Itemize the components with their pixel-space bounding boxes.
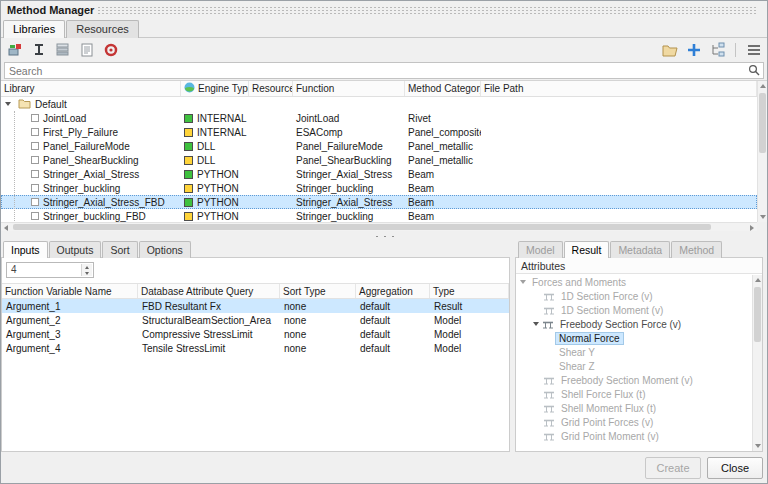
library-row[interactable]: Stringer_Axial_StressPYTHONStringer_Axia… — [1, 167, 757, 181]
type-cell: Model — [430, 313, 509, 327]
spinner-up-icon[interactable] — [85, 266, 89, 269]
scroll-right-icon[interactable] — [750, 225, 754, 231]
row-checkbox[interactable] — [31, 156, 39, 164]
aggregation-cell: default — [356, 327, 430, 341]
engine-type-cell: PYTHON — [181, 167, 249, 181]
tab-outputs[interactable]: Outputs — [49, 241, 102, 258]
variable-name-cell: Argument_3 — [2, 327, 138, 341]
column-header-function[interactable]: Function — [293, 81, 405, 96]
row-checkbox[interactable] — [31, 212, 39, 220]
new-method-icon[interactable] — [6, 42, 23, 59]
column-header-sort-type[interactable]: Sort Type — [280, 284, 356, 298]
library-row[interactable]: Stringer_buckling_FBDPYTHONStringer_buck… — [1, 209, 757, 222]
row-checkbox[interactable] — [31, 170, 39, 178]
library-row[interactable]: JointLoadINTERNALJointLoadRivet — [1, 111, 757, 125]
file-path-cell — [481, 181, 757, 195]
engine-type-label: INTERNAL — [197, 113, 246, 124]
open-folder-icon[interactable] — [661, 42, 678, 59]
library-name-label: Panel_FailureMode — [43, 141, 130, 152]
library-row[interactable]: First_Ply_FailureINTERNALESACompPanel_co… — [1, 125, 757, 139]
function-cell: Panel_FailureMode — [293, 139, 405, 153]
scrollbar-thumb[interactable] — [13, 224, 711, 230]
tab-result[interactable]: Result — [564, 241, 610, 258]
column-header-file-path[interactable]: File Path — [481, 81, 757, 96]
library-folder-row[interactable]: Default — [1, 97, 757, 111]
title-bar[interactable]: Method Manager — [1, 1, 767, 19]
scrollbar-thumb[interactable] — [754, 287, 761, 342]
argument-row[interactable]: Argument_4Tensile StressLimitnonedefault… — [2, 341, 509, 355]
engine-color-swatch — [184, 198, 193, 207]
row-checkbox[interactable] — [31, 128, 39, 136]
argument-row[interactable]: Argument_3Compressive StressLimitnonedef… — [2, 327, 509, 341]
column-header-aggregation[interactable]: Aggregation — [356, 284, 430, 298]
pane-splitter[interactable] — [1, 232, 767, 241]
beam-clamp-icon[interactable] — [30, 42, 47, 59]
library-row[interactable]: Stringer_Axial_Stress_FBDPYTHONStringer_… — [1, 195, 757, 209]
library-row[interactable]: Stringer_bucklingPYTHONStringer_buckling… — [1, 181, 757, 195]
notes-icon[interactable] — [78, 42, 95, 59]
scroll-down-icon[interactable] — [755, 444, 761, 448]
tab-sort[interactable]: Sort — [102, 241, 137, 258]
search-bar — [4, 62, 764, 79]
variable-name-cell: Argument_2 — [2, 313, 138, 327]
close-button[interactable]: Close — [707, 457, 763, 479]
library-row[interactable]: Panel_ShearBucklingDLLPanel_ShearBucklin… — [1, 153, 757, 167]
function-cell: Stringer_buckling — [293, 209, 405, 222]
expand-tree-icon[interactable] — [709, 42, 726, 59]
library-name-cell: First_Ply_Failure — [1, 125, 181, 139]
tree-item[interactable]: Normal Force — [516, 331, 752, 345]
tree-item[interactable]: Freebody Section Force (v) — [516, 317, 752, 331]
column-header-engine-type[interactable]: Engine Type — [181, 81, 249, 96]
scroll-left-icon[interactable] — [4, 225, 8, 231]
column-header-type[interactable]: Type — [430, 284, 509, 298]
engine-color-swatch — [184, 170, 193, 179]
scroll-down-icon[interactable] — [760, 215, 766, 219]
argument-row[interactable]: Argument_1FBD Resultant FxnonedefaultRes… — [2, 299, 509, 313]
tree-item: 1D Section Moment (v) — [516, 303, 752, 317]
column-header-library[interactable]: Library — [1, 81, 181, 96]
engine-color-swatch — [184, 142, 193, 151]
scrollbar-thumb[interactable] — [759, 93, 766, 153]
attributes-vertical-scrollbar[interactable] — [752, 275, 762, 451]
library-name-cell: JointLoad — [1, 111, 181, 125]
attribute-icon — [543, 375, 555, 386]
search-input[interactable] — [4, 62, 764, 79]
column-header-variable-name[interactable]: Function Variable Name — [2, 284, 138, 298]
column-header-attribute-query[interactable]: Database Attribute Query — [138, 284, 280, 298]
list-view-icon[interactable] — [745, 42, 762, 59]
library-horizontal-scrollbar[interactable] — [1, 222, 757, 231]
add-icon[interactable] — [685, 42, 702, 59]
layers-icon[interactable] — [54, 42, 71, 59]
column-header-method-category[interactable]: Method Category — [405, 81, 481, 96]
function-cell: Stringer_buckling — [293, 181, 405, 195]
library-row[interactable]: Panel_FailureModeDLLPanel_FailureModePan… — [1, 139, 757, 153]
row-checkbox[interactable] — [31, 114, 39, 122]
tab-inputs[interactable]: Inputs — [3, 241, 48, 258]
drag-handle[interactable] — [97, 6, 757, 15]
scroll-up-icon[interactable] — [760, 84, 766, 88]
row-checkbox[interactable] — [31, 142, 39, 150]
row-checkbox[interactable] — [31, 184, 39, 192]
argument-count-spinner[interactable]: 4 — [6, 262, 94, 278]
expander-icon[interactable] — [520, 280, 526, 284]
file-path-cell — [481, 111, 757, 125]
library-vertical-scrollbar[interactable] — [757, 81, 767, 222]
function-cell: ESAComp — [293, 125, 405, 139]
spinner-down-icon[interactable] — [85, 272, 89, 275]
search-icon[interactable] — [748, 64, 760, 78]
tab-libraries[interactable]: Libraries — [3, 20, 65, 38]
row-checkbox[interactable] — [31, 198, 39, 206]
library-folder-label: Default — [35, 99, 67, 110]
tab-options[interactable]: Options — [139, 241, 191, 258]
tree-item: Shear Y — [516, 345, 752, 359]
expander-icon[interactable] — [5, 102, 11, 106]
argument-row[interactable]: Argument_2StructuralBeamSection_Areanone… — [2, 313, 509, 327]
tab-resources[interactable]: Resources — [66, 20, 139, 38]
tree-item: Freebody Section Moment (v) — [516, 373, 752, 387]
scroll-up-icon[interactable] — [755, 278, 761, 282]
script-icon[interactable] — [102, 42, 119, 59]
expander-icon[interactable] — [533, 322, 539, 326]
column-header-resource[interactable]: Resource — [249, 81, 293, 96]
attribute-query-cell: Compressive StressLimit — [138, 327, 280, 341]
engine-type-label: DLL — [197, 141, 215, 152]
